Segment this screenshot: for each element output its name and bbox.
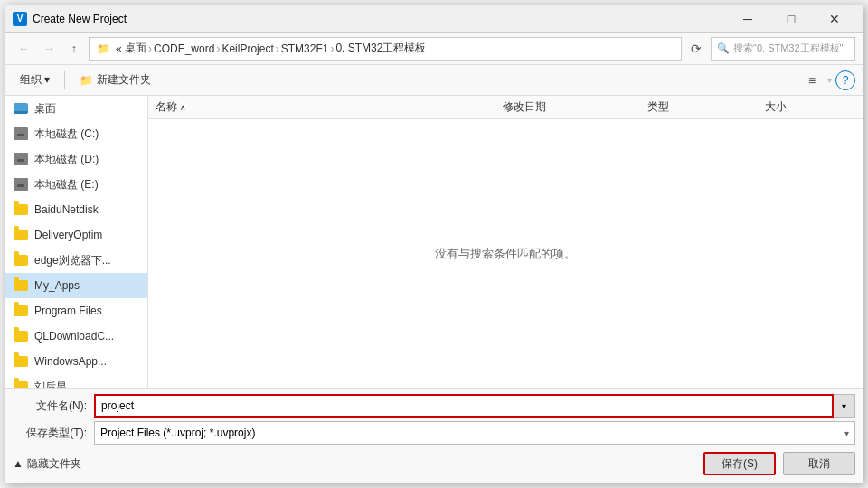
folder-windowsapp-icon xyxy=(13,353,29,370)
search-icon: 🔍 xyxy=(717,42,730,54)
view-button[interactable]: ≡ xyxy=(800,69,824,92)
help-button[interactable]: ? xyxy=(835,70,855,90)
search-placeholder: 搜索"0. STM32工程模板" xyxy=(733,42,844,55)
sidebar-item-e-drive[interactable]: 本地磁盘 (E:) xyxy=(5,172,147,197)
column-date[interactable]: 修改日期 xyxy=(503,99,647,115)
forward-icon: → xyxy=(43,42,55,55)
path-part-1: « xyxy=(116,42,125,55)
column-headers: 名称 ∧ 修改日期 类型 大小 xyxy=(148,96,863,119)
refresh-button[interactable]: ⟳ xyxy=(685,38,707,60)
sidebar-label-e: 本地磁盘 (E:) xyxy=(34,177,99,192)
sidebar-label-myapps: My_Apps xyxy=(34,279,80,292)
sidebar-label-desktop: 桌面 xyxy=(34,101,56,117)
drive-d-icon xyxy=(13,151,29,167)
filetype-label: 保存类型(T): xyxy=(13,426,94,441)
sidebar-label-user: 刘后昱 xyxy=(34,380,67,389)
sidebar-item-user[interactable]: 刘后昱 xyxy=(5,374,147,388)
sidebar-label-edge: edge浏览器下... xyxy=(34,253,111,268)
column-type[interactable]: 类型 xyxy=(647,99,765,115)
forward-button[interactable]: → xyxy=(38,38,60,60)
sidebar-label-c: 本地磁盘 (C:) xyxy=(34,127,99,142)
filename-input-container: ▾ xyxy=(94,394,855,418)
right-panel: 名称 ∧ 修改日期 类型 大小 没有与搜索条件匹配的项。 xyxy=(148,96,863,388)
back-button[interactable]: ← xyxy=(13,38,34,60)
toolbar: 组织 ▾ 📁 新建文件夹 ≡ ▾ ? xyxy=(5,65,863,96)
save-button[interactable]: 保存(S) xyxy=(703,452,776,475)
hide-files-toggle[interactable]: ▲ 隐藏文件夹 xyxy=(13,456,81,472)
app-icon: V xyxy=(13,12,27,26)
view-separator: ▾ xyxy=(827,75,832,85)
sidebar-item-d-drive[interactable]: 本地磁盘 (D:) xyxy=(5,146,147,172)
sidebar-label-delivery: DeliveryOptim xyxy=(34,229,102,241)
sidebar-item-desktop[interactable]: 桌面 xyxy=(5,96,147,121)
refresh-icon: ⟳ xyxy=(691,42,702,56)
sidebar-label-windowsapp: WindowsApp... xyxy=(34,355,107,368)
filetype-row: 保存类型(T): Project Files (*.uvproj; *.uvpr… xyxy=(13,421,855,445)
sidebar-item-windowsapp[interactable]: WindowsApp... xyxy=(5,349,147,374)
search-box[interactable]: 🔍 搜索"0. STM32工程模板" xyxy=(711,37,855,61)
filename-row: 文件名(N): ▾ xyxy=(13,394,855,418)
column-name[interactable]: 名称 ∧ xyxy=(156,99,503,115)
cancel-button[interactable]: 取消 xyxy=(783,452,855,475)
folder-delivery-icon xyxy=(13,227,29,243)
folder-qldownload-icon xyxy=(13,328,29,344)
sidebar-label-d: 本地磁盘 (D:) xyxy=(34,152,99,167)
sidebar-item-edge[interactable]: edge浏览器下... xyxy=(5,248,147,273)
desktop-icon xyxy=(13,100,29,117)
sidebar-item-qldownload[interactable]: QLDownloadC... xyxy=(5,324,147,349)
titlebar: V Create New Project ─ □ ✕ xyxy=(5,5,863,33)
toolbar-right: ≡ ▾ ? xyxy=(800,69,855,92)
path-keil: KeilProject xyxy=(222,42,273,55)
address-path[interactable]: 📁 « 桌面 › CODE_word › KeilProject › STM32… xyxy=(89,37,682,61)
path-folder-icon: 📁 xyxy=(97,42,110,55)
sidebar-item-delivery[interactable]: DeliveryOptim xyxy=(5,222,147,248)
folder-baidu-icon xyxy=(13,202,29,218)
organize-button[interactable]: 组织 ▾ xyxy=(13,69,57,92)
sidebar-label-baidu: BaiduNetdisk xyxy=(34,203,99,216)
filetype-value: Project Files (*.uvproj; *.uvprojx) xyxy=(100,427,255,439)
addressbar: ← → ↑ 📁 « 桌面 › CODE_word › KeilProject ›… xyxy=(5,33,863,65)
hide-files-icon: ▲ xyxy=(13,457,24,470)
toolbar-separator xyxy=(64,71,65,89)
drive-e-icon xyxy=(13,176,29,192)
drive-c-icon xyxy=(13,126,29,142)
path-stm32f1: STM32F1 xyxy=(281,42,329,55)
folder-myapps-icon xyxy=(13,277,29,294)
filename-dropdown-btn[interactable]: ▾ xyxy=(834,394,855,418)
filetype-arrow: ▾ xyxy=(844,428,849,438)
action-buttons: 保存(S) 取消 xyxy=(703,452,855,475)
column-size[interactable]: 大小 xyxy=(765,99,855,115)
new-folder-icon: 📁 xyxy=(80,74,93,87)
folder-user-icon xyxy=(13,379,29,388)
main-content: 桌面 本地磁盘 (C:) 本地磁盘 (D:) 本地磁盘 (E:) xyxy=(5,96,863,388)
path-my-apps: 桌面 xyxy=(125,41,146,56)
dialog-window: V Create New Project ─ □ ✕ ← → ↑ 📁 « 桌面 … xyxy=(5,5,863,483)
filename-label: 文件名(N): xyxy=(13,399,94,414)
empty-message: 没有与搜索条件匹配的项。 xyxy=(148,119,863,388)
up-icon: ↑ xyxy=(71,42,78,55)
maximize-button[interactable]: □ xyxy=(770,5,812,33)
view-icon: ≡ xyxy=(808,73,816,88)
hide-files-label: 隐藏文件夹 xyxy=(27,456,81,472)
new-folder-button[interactable]: 📁 新建文件夹 xyxy=(72,69,158,92)
sidebar-item-programfiles[interactable]: Program Files xyxy=(5,298,147,324)
bottom-bar: 文件名(N): ▾ 保存类型(T): Project Files (*.uvpr… xyxy=(5,388,863,483)
dialog-title: Create New Project xyxy=(33,13,727,25)
action-row: ▲ 隐藏文件夹 保存(S) 取消 xyxy=(13,448,855,477)
sidebar-item-baidu[interactable]: BaiduNetdisk xyxy=(5,197,147,222)
sidebar-item-myapps[interactable]: My_Apps xyxy=(5,273,147,298)
filename-input[interactable] xyxy=(94,394,834,418)
close-button[interactable]: ✕ xyxy=(814,5,855,33)
folder-programfiles-icon xyxy=(13,303,29,319)
path-template: 0. STM32工程模板 xyxy=(335,41,426,56)
path-code-word: CODE_word xyxy=(154,42,214,55)
new-folder-label: 新建文件夹 xyxy=(97,72,151,88)
filetype-dropdown[interactable]: Project Files (*.uvproj; *.uvprojx) ▾ xyxy=(94,421,855,445)
sidebar-item-c-drive[interactable]: 本地磁盘 (C:) xyxy=(5,121,147,146)
minimize-button[interactable]: ─ xyxy=(727,5,769,33)
titlebar-controls: ─ □ ✕ xyxy=(727,5,855,33)
folder-edge-icon xyxy=(13,252,29,268)
up-button[interactable]: ↑ xyxy=(63,38,85,60)
back-icon: ← xyxy=(18,42,30,55)
sidebar-label-qldownload: QLDownloadC... xyxy=(34,330,114,343)
